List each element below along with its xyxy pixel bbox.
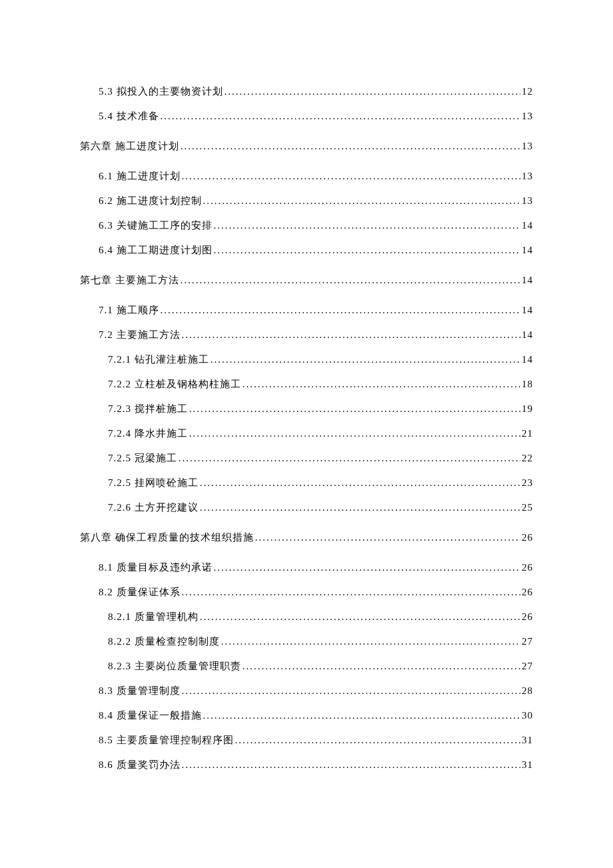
toc-leader-dots bbox=[200, 478, 520, 488]
toc-entry-page: 26 bbox=[522, 587, 533, 597]
toc-entry: 7.1 施工顺序14 bbox=[80, 305, 533, 315]
toc-entry: 8.2.1 质量管理机构26 bbox=[80, 612, 533, 622]
toc-leader-dots bbox=[182, 171, 521, 181]
toc-entry: 第八章 确保工程质量的技术组织措施26 bbox=[80, 533, 533, 543]
toc-entry-label: 6.2 施工进度计划控制 bbox=[99, 196, 202, 206]
toc-entry-label: 6.3 关键施工工序的安排 bbox=[99, 221, 213, 231]
toc-leader-dots bbox=[211, 355, 520, 365]
toc-entry-label: 第七章 主要施工方法 bbox=[80, 275, 179, 285]
toc-entry: 8.1 质量目标及违约承诺26 bbox=[80, 563, 533, 573]
toc-leader-dots bbox=[200, 612, 520, 622]
toc-leader-dots bbox=[182, 760, 521, 770]
toc-leader-dots bbox=[189, 429, 520, 439]
toc-entry-label: 8.6 质量奖罚办法 bbox=[99, 760, 181, 770]
toc-entry-label: 8.5 主要质量管理控制程序图 bbox=[99, 735, 234, 745]
toc-entry: 6.4 施工工期进度计划图14 bbox=[80, 245, 533, 255]
toc-entry-page: 28 bbox=[522, 686, 533, 696]
toc-leader-dots bbox=[214, 221, 521, 231]
toc-entry-page: 26 bbox=[522, 563, 533, 573]
toc-entry-label: 7.2.3 搅拌桩施工 bbox=[108, 404, 188, 414]
toc-entry-label: 7.2.6 土方开挖建议 bbox=[108, 503, 199, 513]
toc-entry: 8.2.3 主要岗位质量管理职责27 bbox=[80, 661, 533, 671]
toc-leader-dots bbox=[243, 661, 520, 671]
toc-entry: 7.2 主要施工方法14 bbox=[80, 330, 533, 340]
toc-entry-page: 25 bbox=[522, 503, 533, 513]
toc-entry: 7.2.4 降水井施工21 bbox=[80, 429, 533, 439]
toc-entry-page: 18 bbox=[522, 379, 533, 389]
toc-entry-label: 8.2.3 主要岗位质量管理职责 bbox=[108, 661, 241, 671]
toc-entry-label: 7.2 主要施工方法 bbox=[99, 330, 181, 340]
toc-entry: 7.2.1 钻孔灌注桩施工14 bbox=[80, 355, 533, 365]
toc-leader-dots bbox=[182, 587, 521, 597]
toc-entry-label: 第六章 施工进度计划 bbox=[80, 141, 179, 151]
toc-leader-dots bbox=[221, 637, 520, 647]
toc-entry-page: 27 bbox=[522, 661, 533, 671]
toc-entry-label: 6.4 施工工期进度计划图 bbox=[99, 245, 213, 255]
toc-entry-label: 8.2 质量保证体系 bbox=[99, 587, 181, 597]
toc-entry: 8.2 质量保证体系26 bbox=[80, 587, 533, 597]
toc-leader-dots bbox=[214, 563, 521, 573]
toc-entry-page: 26 bbox=[522, 612, 533, 622]
toc-entry-label: 5.4 技术准备 bbox=[99, 111, 159, 121]
toc-entry-label: 7.2.5 挂网喷砼施工 bbox=[108, 478, 199, 488]
toc-entry-page: 14 bbox=[522, 305, 533, 315]
toc-entry-label: 5.3 拟投入的主要物资计划 bbox=[99, 87, 223, 97]
toc-leader-dots bbox=[255, 533, 520, 543]
toc-entry: 8.4 质量保证一般措施30 bbox=[80, 711, 533, 721]
toc-entry-label: 8.4 质量保证一般措施 bbox=[99, 711, 202, 721]
toc-entry-page: 13 bbox=[522, 171, 533, 181]
toc-leader-dots bbox=[179, 453, 520, 463]
toc-entry-page: 14 bbox=[522, 221, 533, 231]
toc-leader-dots bbox=[161, 305, 521, 315]
toc-entry-page: 31 bbox=[522, 735, 533, 745]
toc-entry-page: 31 bbox=[522, 760, 533, 770]
toc-entry-page: 27 bbox=[522, 637, 533, 647]
toc-leader-dots bbox=[243, 379, 520, 389]
toc-entry-page: 13 bbox=[522, 196, 533, 206]
toc-entry-page: 13 bbox=[522, 141, 533, 151]
toc-entry-page: 23 bbox=[522, 478, 533, 488]
toc-entry-label: 第八章 确保工程质量的技术组织措施 bbox=[80, 533, 254, 543]
toc-entry-label: 7.2.4 降水井施工 bbox=[108, 429, 188, 439]
toc-entry-label: 7.2.1 钻孔灌注桩施工 bbox=[108, 355, 209, 365]
toc-entry-page: 21 bbox=[522, 429, 533, 439]
toc-entry: 6.3 关键施工工序的安排14 bbox=[80, 221, 533, 231]
toc-leader-dots bbox=[161, 111, 521, 121]
toc-entry-page: 19 bbox=[522, 404, 533, 414]
toc-entry: 8.2.2 质量检查控制制度27 bbox=[80, 637, 533, 647]
toc-leader-dots bbox=[189, 404, 520, 414]
toc-entry-page: 30 bbox=[522, 711, 533, 721]
toc-list: 5.3 拟投入的主要物资计划125.4 技术准备13第六章 施工进度计划136.… bbox=[80, 87, 533, 770]
toc-entry-label: 8.3 质量管理制度 bbox=[99, 686, 181, 696]
toc-entry: 第六章 施工进度计划13 bbox=[80, 141, 533, 151]
toc-entry-label: 6.1 施工进度计划 bbox=[99, 171, 181, 181]
toc-entry-label: 7.2.2 立柱桩及钢格构柱施工 bbox=[108, 379, 241, 389]
toc-leader-dots bbox=[203, 711, 521, 721]
toc-leader-dots bbox=[182, 330, 521, 340]
toc-entry-label: 8.2.1 质量管理机构 bbox=[108, 612, 199, 622]
toc-entry-label: 7.1 施工顺序 bbox=[99, 305, 159, 315]
toc-entry: 7.2.5 挂网喷砼施工23 bbox=[80, 478, 533, 488]
toc-entry: 8.5 主要质量管理控制程序图31 bbox=[80, 735, 533, 745]
toc-entry: 7.2.6 土方开挖建议25 bbox=[80, 503, 533, 513]
toc-entry-page: 14 bbox=[522, 275, 533, 285]
toc-entry-label: 8.1 质量目标及违约承诺 bbox=[99, 563, 213, 573]
toc-entry: 8.3 质量管理制度28 bbox=[80, 686, 533, 696]
toc-entry-page: 22 bbox=[522, 453, 533, 463]
toc-leader-dots bbox=[214, 245, 521, 255]
toc-page: 5.3 拟投入的主要物资计划125.4 技术准备13第六章 施工进度计划136.… bbox=[0, 0, 613, 868]
toc-entry: 6.1 施工进度计划13 bbox=[80, 171, 533, 181]
toc-entry-page: 12 bbox=[522, 87, 533, 97]
toc-entry: 7.2.2 立柱桩及钢格构柱施工18 bbox=[80, 379, 533, 389]
toc-leader-dots bbox=[225, 87, 521, 97]
toc-leader-dots bbox=[181, 275, 520, 285]
toc-entry-page: 13 bbox=[522, 111, 533, 121]
toc-leader-dots bbox=[203, 196, 521, 206]
toc-entry-page: 26 bbox=[522, 533, 533, 543]
toc-entry: 8.6 质量奖罚办法31 bbox=[80, 760, 533, 770]
toc-entry: 第七章 主要施工方法14 bbox=[80, 275, 533, 285]
toc-leader-dots bbox=[181, 141, 520, 151]
toc-leader-dots bbox=[200, 503, 520, 513]
toc-entry: 5.4 技术准备13 bbox=[80, 111, 533, 121]
toc-entry-label: 8.2.2 质量检查控制制度 bbox=[108, 637, 220, 647]
